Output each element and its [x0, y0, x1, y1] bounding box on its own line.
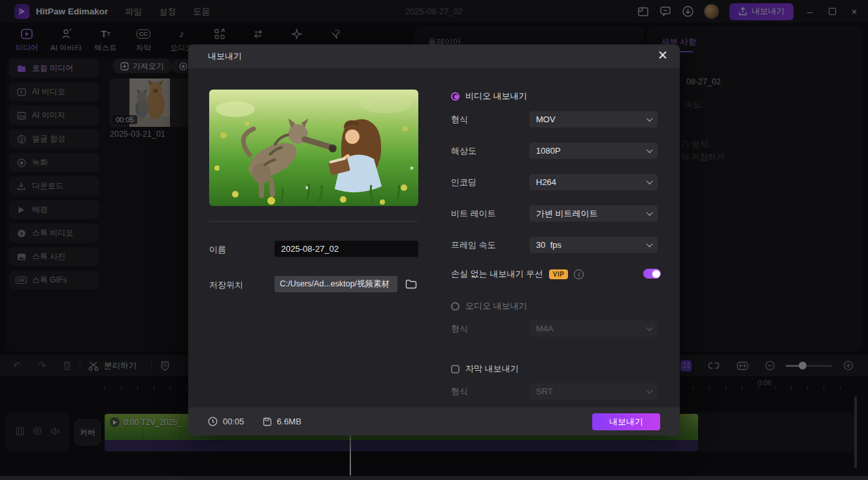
dialog-close-icon[interactable]: ✕	[658, 49, 668, 61]
audio-format-select: M4A	[529, 320, 658, 337]
chevron-down-icon	[646, 387, 653, 394]
lossless-toggle[interactable]	[643, 269, 661, 279]
subtitle-export-checkbox[interactable]	[451, 365, 459, 373]
video-export-radio[interactable]	[451, 92, 459, 101]
bitrate-select[interactable]: 가변 비트레이트	[529, 205, 658, 222]
chevron-down-icon	[646, 241, 653, 247]
subtitle-format-select: SRT	[529, 383, 658, 400]
video-export-option[interactable]: 비디오 내보내기	[451, 90, 527, 102]
name-input[interactable]: 2025-08-27_02	[275, 241, 418, 257]
resolution-label: 해상도	[451, 143, 476, 159]
audio-format-label: 형식	[451, 320, 468, 337]
filesize-disk-icon	[263, 417, 272, 426]
format-select[interactable]: MOV	[529, 111, 658, 128]
chevron-down-icon	[646, 115, 653, 122]
app-window: HitPaw Edimakor 파일 설정 도움 2025-08-27_02 내…	[0, 0, 868, 480]
chevron-down-icon	[646, 324, 653, 331]
export-preview-image	[209, 90, 418, 206]
subtitle-format-label: 형식	[451, 383, 468, 400]
lossless-label: 손실 없는 내보내기 우선	[451, 268, 543, 280]
export-filesize: 6.6MB	[277, 417, 302, 426]
path-input[interactable]: C:/Users/Ad...esktop/视频素材	[275, 276, 397, 292]
lossless-export-row: 손실 없는 내보내기 우선 VIP i	[451, 268, 584, 280]
info-icon[interactable]: i	[574, 269, 584, 279]
audio-export-radio[interactable]	[451, 302, 459, 311]
export-dialog: 내보내기 ✕	[188, 44, 680, 436]
subtitle-export-option[interactable]: 자막 내보내기	[451, 363, 519, 375]
encoding-label: 인코딩	[451, 174, 476, 190]
dialog-footer: 00:05 6.6MB 내보내기	[188, 407, 680, 436]
export-duration: 00:05	[223, 417, 244, 426]
chevron-down-icon	[646, 209, 653, 216]
audio-export-option[interactable]: 오디오 내보내기	[451, 300, 527, 312]
framerate-select[interactable]: 30 fps	[529, 237, 658, 253]
browse-folder-icon[interactable]	[404, 277, 418, 291]
resolution-select[interactable]: 1080P	[529, 143, 658, 159]
bitrate-label: 비트 레이트	[451, 205, 496, 222]
path-label: 저장위치	[209, 279, 243, 291]
dialog-divider	[209, 221, 418, 222]
dialog-header: 내보내기 ✕	[188, 44, 680, 68]
encoding-select[interactable]: H264	[529, 174, 658, 190]
dialog-title: 내보내기	[208, 50, 242, 62]
duration-clock-icon	[208, 417, 218, 426]
chevron-down-icon	[646, 178, 653, 184]
chevron-down-icon	[646, 146, 653, 153]
vip-badge: VIP	[549, 269, 569, 279]
format-label: 형식	[451, 111, 468, 128]
name-label: 이름	[209, 244, 226, 256]
framerate-label: 프레임 속도	[451, 237, 496, 253]
export-confirm-button[interactable]: 내보내기	[592, 413, 660, 430]
